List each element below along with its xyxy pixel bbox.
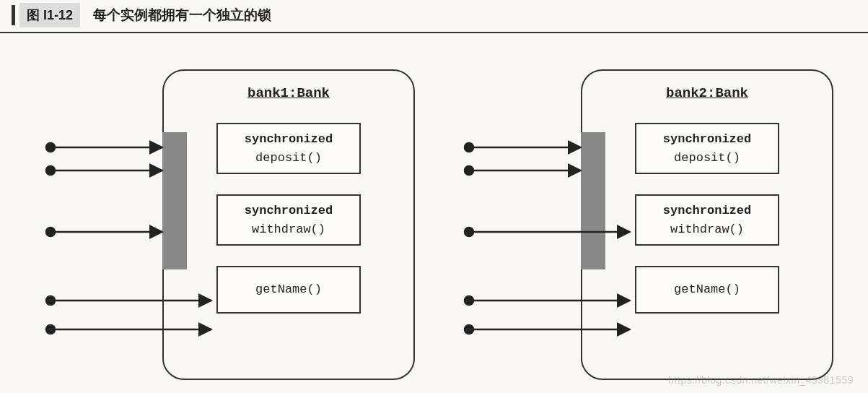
figure-caption: 每个实例都拥有一个独立的锁 bbox=[93, 6, 271, 25]
svg-point-4 bbox=[46, 228, 55, 236]
method-name: deposit() bbox=[221, 149, 356, 168]
svg-point-10 bbox=[465, 143, 473, 152]
method-name: withdraw() bbox=[639, 220, 775, 239]
instance-title: bank2:Bank bbox=[582, 85, 832, 101]
method-name: deposit() bbox=[639, 149, 775, 168]
watermark: https://blog.csdn.net/weixin_43981559 bbox=[668, 374, 854, 386]
method-box-withdraw: synchronized withdraw() bbox=[216, 194, 361, 246]
header-accent-bar bbox=[12, 5, 15, 25]
method-name: getName() bbox=[639, 280, 775, 299]
method-box-withdraw: synchronized withdraw() bbox=[635, 194, 779, 246]
synchronized-keyword: synchronized bbox=[221, 130, 356, 149]
instance-bank1: bank1:Bank synchronized deposit() synchr… bbox=[162, 69, 415, 380]
synchronized-keyword: synchronized bbox=[221, 202, 356, 220]
svg-point-16 bbox=[465, 296, 473, 305]
method-box-getname: getName() bbox=[216, 266, 361, 314]
instance-title: bank1:Bank bbox=[164, 85, 413, 101]
svg-point-8 bbox=[46, 325, 55, 334]
instance-bank2: bank2:Bank synchronized deposit() synchr… bbox=[581, 69, 833, 380]
method-box-deposit: synchronized deposit() bbox=[216, 123, 361, 174]
svg-point-2 bbox=[46, 166, 55, 175]
figure-label: 图 I1-12 bbox=[19, 3, 80, 27]
diagram-area: bank1:Bank synchronized deposit() synchr… bbox=[0, 33, 868, 393]
method-box-getname: getName() bbox=[635, 266, 779, 314]
svg-point-6 bbox=[46, 296, 55, 305]
svg-point-0 bbox=[46, 143, 55, 152]
synchronized-keyword: synchronized bbox=[639, 130, 775, 149]
svg-point-14 bbox=[465, 228, 473, 236]
synchronized-keyword: synchronized bbox=[639, 202, 775, 220]
svg-point-12 bbox=[465, 166, 473, 175]
figure-header: 图 I1-12 每个实例都拥有一个独立的锁 bbox=[0, 0, 868, 33]
svg-point-18 bbox=[465, 325, 473, 334]
method-box-deposit: synchronized deposit() bbox=[635, 123, 779, 174]
method-name: withdraw() bbox=[221, 220, 356, 239]
method-name: getName() bbox=[221, 280, 356, 299]
